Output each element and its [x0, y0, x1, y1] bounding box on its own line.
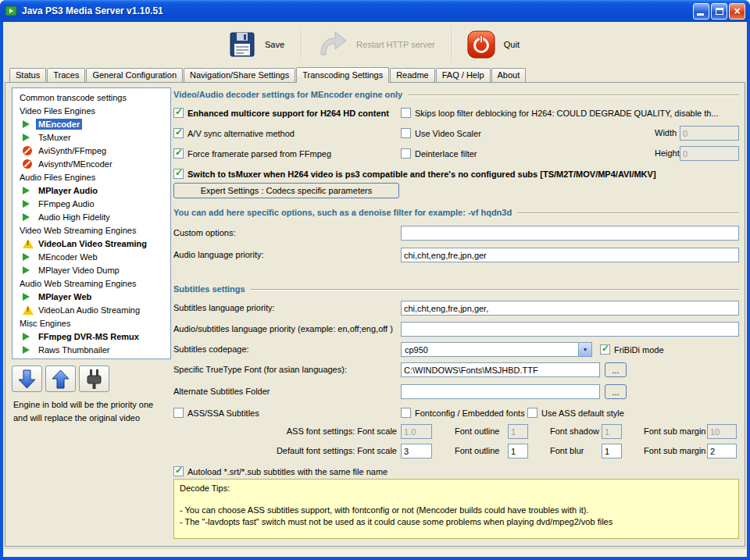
section-decoder-settings: Video/Audio decoder settings for MEncode…	[173, 89, 739, 100]
checkbox-fontconfig[interactable]: Fontconfig / Embedded fonts	[401, 405, 525, 420]
toggle-engine-button[interactable]	[79, 366, 109, 392]
checkbox-box	[173, 148, 184, 159]
tree-item-audio-files-engines[interactable]: Audio Files Engines	[12, 170, 170, 184]
default-font-blur-input[interactable]	[602, 444, 622, 458]
tab-readme[interactable]: Readme	[390, 68, 435, 82]
maximize-icon	[716, 8, 723, 15]
up-arrow-icon	[51, 369, 70, 390]
default-font-outline-input[interactable]	[508, 444, 528, 458]
custom-options-input[interactable]	[401, 226, 739, 241]
checkbox-force-framerate[interactable]: Force framerate parsed from FFmpeg	[173, 146, 331, 161]
alternate-subtitles-folder-input[interactable]	[401, 384, 600, 399]
tree-item-tsmuxer[interactable]: TsMuxer	[12, 130, 170, 144]
tree-item-audio-web-streaming-engines[interactable]: Audio Web Streaming Engines	[12, 276, 170, 290]
tree-item-mencoder-web[interactable]: MEncoder Web	[12, 250, 170, 263]
checkbox-box	[401, 408, 411, 418]
default-font-sub-margin-input[interactable]	[707, 444, 737, 458]
checkbox-box	[401, 148, 411, 159]
expert-settings-button[interactable]: Expert Settings : Codecs specific parame…	[173, 183, 399, 198]
height-label: Height	[655, 148, 680, 158]
ass-font-shadow-input	[602, 424, 622, 439]
audio-language-priority-input[interactable]	[401, 248, 739, 262]
checkbox-box	[173, 408, 184, 418]
save-button[interactable]: Save	[222, 27, 293, 62]
tree-item-avisynth-mencoder[interactable]: Avisynth/MEncoder	[12, 157, 170, 170]
truetype-font-input[interactable]	[401, 362, 600, 377]
tree-item-videolan-audio-streaming[interactable]: VideoLan Audio Streaming	[12, 303, 170, 316]
tab-status[interactable]: Status	[9, 68, 46, 82]
alternate-folder-browse-button[interactable]: ...	[605, 384, 627, 399]
tree-item-mplayer-audio[interactable]: MPlayer Audio	[12, 184, 170, 197]
checkbox-box	[173, 108, 184, 118]
engine-arrow-icon	[23, 291, 34, 301]
window-controls: ×	[691, 3, 745, 20]
window-bottom-strip	[3, 548, 747, 557]
mencoder-settings-form: Video/Audio decoder settings for MEncode…	[173, 83, 739, 546]
checkbox-box	[173, 169, 184, 179]
tab-about[interactable]: About	[491, 68, 527, 82]
tree-item-ffmpeg-audio[interactable]: FFmpeg Audio	[12, 197, 170, 210]
maximize-button[interactable]	[711, 3, 727, 20]
tree-item-mencoder[interactable]: MEncoder	[12, 117, 170, 130]
minimize-button[interactable]	[693, 3, 709, 20]
checkbox-box	[527, 408, 538, 418]
toolbar-separator	[452, 27, 453, 62]
truetype-font-browse-button[interactable]: ...	[605, 362, 627, 377]
checkbox-deinterlace[interactable]: Deinterlace filter	[401, 146, 477, 161]
tree-item-video-web-streaming-engines[interactable]: Video Web Streaming Engines	[12, 223, 170, 237]
checkbox-skip-loop-filter[interactable]: Skips loop filter deblocking for H264: C…	[401, 105, 719, 120]
subtitles-language-priority-input[interactable]	[401, 301, 739, 316]
warning-icon	[23, 305, 34, 315]
checkbox-fribidi[interactable]: FriBiDi mode	[600, 342, 664, 357]
checkbox-autoload-subtitles[interactable]: Autoload *.srt/*.sub subtitles with the …	[173, 464, 388, 479]
tree-item-mplayer-web[interactable]: MPlayer Web	[12, 290, 170, 303]
quit-button[interactable]: Quit	[461, 27, 528, 62]
tree-item-mplayer-video-dump[interactable]: MPlayer Video Dump	[12, 263, 170, 276]
checkbox-video-scaler[interactable]: Use Video Scaler	[401, 126, 481, 141]
toolbar-separator	[301, 27, 302, 62]
tab-faq-help[interactable]: FAQ / Help	[436, 68, 491, 82]
ass-font-outline-input	[508, 424, 528, 439]
tree-item-misc-engines[interactable]: Misc Engines	[12, 316, 170, 330]
audio-language-priority-label: Audio language priority:	[173, 250, 264, 259]
minimize-icon	[697, 13, 704, 16]
default-font-outline-label: Font outline	[455, 446, 499, 455]
tab-traces[interactable]: Traces	[47, 68, 85, 82]
move-down-button[interactable]	[12, 366, 42, 392]
subtitles-codepage-select[interactable]: cp950 ▼	[401, 342, 592, 357]
tree-item-avisynth-ffmpeg[interactable]: AviSynth/FFmpeg	[12, 144, 170, 157]
default-font-settings-label: Default font settings: Font scale	[173, 446, 397, 455]
engine-arrow-icon	[23, 212, 34, 222]
ass-font-scale-input	[401, 424, 432, 439]
tree-item-audio-high-fidelity[interactable]: Audio High Fidelity	[12, 210, 170, 223]
checkbox-tsmuxer-switch[interactable]: Switch to tsMuxer when H264 video is ps3…	[173, 166, 656, 181]
tab-transcoding-settings[interactable]: Transcoding Settings	[296, 67, 389, 83]
tree-item-videolan-video-streaming[interactable]: VideoLan Video Streaming	[12, 237, 170, 250]
tree-item-ffmpeg-dvr-ms-remux[interactable]: FFmpeg DVR-MS Remux	[12, 330, 170, 343]
decode-tips-line: - The "-lavdopts fast" switch must not b…	[180, 516, 733, 528]
default-font-blur-label: Font blur	[550, 446, 584, 455]
restart-http-server-button: Restart HTTP server	[310, 28, 444, 61]
tree-item-raws-thumbnailer[interactable]: Raws Thumbnailer	[12, 343, 170, 356]
decode-tips-line: - You can choose ASS subtitles support, …	[180, 505, 733, 516]
tab-general-configuration[interactable]: General Configuration	[86, 68, 183, 82]
engine-arrow-icon	[23, 344, 34, 355]
audio-subtitles-priority-label: Audio/subtitles language priority (examp…	[173, 324, 393, 334]
ass-font-sub-margin-input	[707, 424, 737, 439]
engine-arrow-icon	[23, 119, 34, 129]
tree-item-common-transcode-settings[interactable]: Common transcode settings	[12, 91, 170, 104]
checkbox-enhanced-multicore[interactable]: Enhanced multicore support for H264 HD c…	[173, 105, 389, 120]
checkbox-av-sync[interactable]: A/V sync alternative method	[173, 126, 295, 141]
checkbox-use-ass-default-style[interactable]: Use ASS default style	[527, 405, 624, 420]
height-input	[680, 146, 739, 161]
move-up-button[interactable]	[45, 366, 76, 392]
transcoding-settings-panel: Common transcode settings Video Files En…	[5, 82, 745, 547]
ass-font-outline-label: Font outline	[455, 426, 499, 436]
tree-item-video-files-engines[interactable]: Video Files Engines	[12, 104, 170, 117]
default-font-scale-input[interactable]	[401, 444, 432, 458]
checkbox-ass-ssa-subtitles[interactable]: ASS/SSA Subtitles	[173, 405, 259, 420]
tab-navigation-share-settings[interactable]: Navigation/Share Settings	[184, 68, 295, 82]
window-title: Java PS3 Media Server v1.10.51	[22, 5, 163, 16]
audio-subtitles-priority-input[interactable]	[401, 322, 739, 337]
close-button[interactable]: ×	[729, 3, 745, 20]
